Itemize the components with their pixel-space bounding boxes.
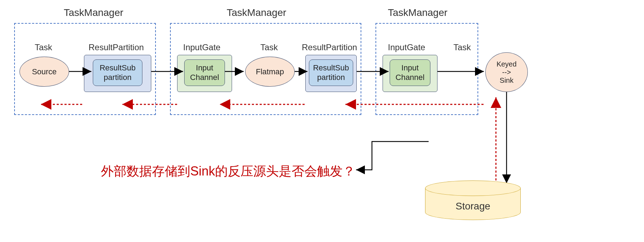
tm2-task-label: Task [260,42,278,52]
tm1-label: TaskManager [64,7,123,18]
tm2-label: TaskManager [227,7,286,18]
keyed-sink-task: Keyed --> Sink [485,52,528,92]
keyed-sink-text: Keyed --> Sink [497,60,517,85]
tm2-rp-label: ResultPartition [302,42,357,52]
tm1-task-label: Task [35,42,52,52]
tm2-rp-inner: ResultSub partition [309,59,353,86]
storage-label: Storage [456,201,490,212]
storage-cylinder: Storage [425,180,521,226]
storage-top [425,180,521,196]
tm3-task-label: Task [453,42,471,52]
tm1-rp-label: ResultPartition [89,42,144,52]
question-text: 外部数据存储到Sink的反压源头是否会触发？ [101,163,355,180]
tm3-label: TaskManager [388,7,447,18]
flatmap-task-text: Flatmap [256,67,284,76]
tm2-ig-inner: Input Channel [184,59,225,86]
flatmap-task: Flatmap [245,57,295,87]
tm3-ig-inner: Input Channel [390,59,430,86]
source-task: Source [19,57,69,87]
source-task-text: Source [32,67,57,76]
tm1-rp-inner: ResultSub partition [93,59,142,86]
tm3-ig-label: InputGate [388,42,425,52]
tm2-ig-label: InputGate [183,42,220,52]
arrow-question-pointer [356,142,429,170]
